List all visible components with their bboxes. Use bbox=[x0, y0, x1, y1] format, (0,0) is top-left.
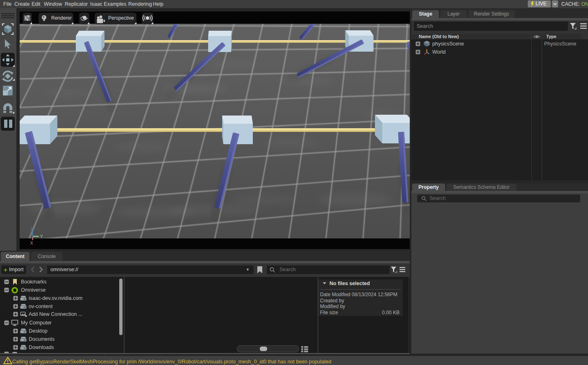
svg-text:Z: Z bbox=[30, 227, 33, 231]
svg-text:Y: Y bbox=[40, 234, 43, 239]
svg-text:X: X bbox=[30, 240, 34, 245]
